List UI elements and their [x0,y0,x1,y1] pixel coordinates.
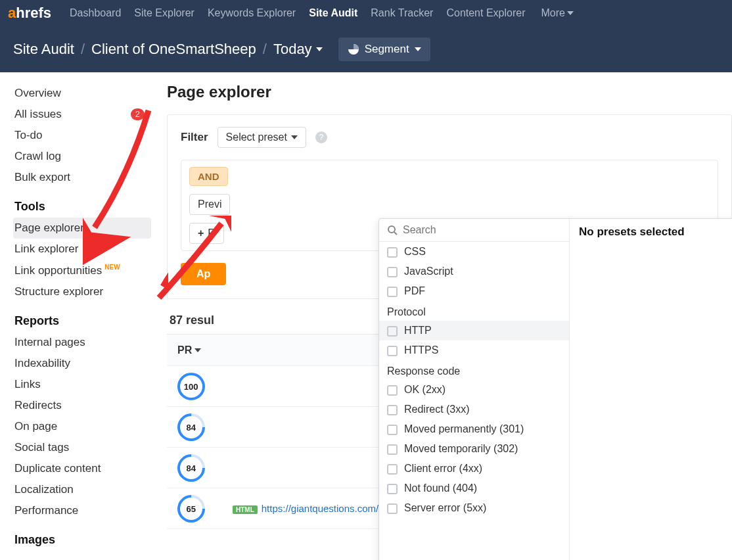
html-badge: HTML [233,505,258,514]
add-rule-button[interactable]: +R [189,223,224,244]
segment-button[interactable]: Segment [338,37,430,61]
preset-option-label: HTTP [404,325,432,337]
preset-option[interactable]: OK (2xx) [379,380,569,400]
nav-item[interactable]: Site Audit [302,7,364,19]
sidebar-item[interactable]: Bulk export [13,167,151,188]
nav-more[interactable]: More [536,7,578,19]
nav-item[interactable]: Rank Tracker [364,7,440,19]
preset-option-label: Moved permanently (301) [404,423,524,435]
sidebar-item[interactable]: Social tags [13,437,151,458]
checkbox[interactable] [387,484,398,494]
sidebar-item[interactable]: Indexability [13,353,151,374]
sidebar-header-tools: Tools [13,188,151,218]
search-icon [387,225,398,235]
sidebar: OverviewAll issues2To-doCrawl logBulk ex… [0,72,159,560]
preset-option[interactable]: Moved temporarily (302) [379,439,569,459]
preset-option[interactable]: PDF [379,281,569,301]
preset-option-label: Redirect (3xx) [404,404,470,415]
sidebar-item[interactable]: Internal pages [13,332,151,353]
checkbox[interactable] [387,287,398,297]
sidebar-item[interactable]: Crawl log [13,146,151,167]
preset-option[interactable]: Client error (4xx) [379,459,569,478]
sidebar-item[interactable]: On page [13,416,151,437]
preset-right-panel: No presets selected [570,219,732,560]
checkbox[interactable] [387,385,398,396]
sidebar-item[interactable]: Link opportunitiesNEW [13,260,151,281]
pr-ring: 84 [172,408,210,446]
no-presets-text: No presets selected [579,225,732,239]
preset-option-label: JavaScript [404,266,453,277]
sidebar-item[interactable]: Localization [13,479,151,500]
preset-option[interactable]: HTTPS [379,340,569,360]
apply-filter-button[interactable]: Ap [181,263,226,285]
preset-option-label: HTTPS [404,344,438,356]
plus-icon: + [198,227,204,239]
sidebar-item[interactable]: Redirects [13,395,151,416]
checkbox[interactable] [387,464,398,475]
preset-option[interactable]: Redirect (3xx) [379,400,569,419]
preset-left-panel: CSSJavaScriptPDFProtocolHTTPHTTPSRespons… [379,219,570,560]
checkbox[interactable] [387,425,398,435]
preset-option-label: Server error (5xx) [404,502,486,514]
sidebar-item[interactable]: Performance [13,500,151,521]
checkbox[interactable] [387,346,398,356]
preset-option-label: PDF [404,285,425,297]
preset-option-label: CSS [404,246,426,258]
crumb-date[interactable]: Today [273,41,323,58]
nav-item[interactable]: Keywords Explorer [201,7,302,19]
sidebar-item[interactable]: Page explorer [13,218,151,239]
and-chip[interactable]: AND [189,167,228,186]
new-badge: NEW [104,264,120,271]
page-title: Page explorer [167,83,732,101]
preset-option[interactable]: Not found (404) [379,478,569,498]
preset-option-label: Moved temporarily (302) [404,443,518,455]
pie-icon [348,43,359,55]
preset-option[interactable]: Moved permanently (301) [379,419,569,439]
nav-item[interactable]: Content Explorer [440,7,532,19]
checkbox[interactable] [387,405,398,415]
preset-option[interactable]: HTTP [379,321,569,340]
crumb-root[interactable]: Site Audit [13,41,74,58]
svg-point-0 [388,226,395,233]
preset-option[interactable]: CSS [379,242,569,262]
sidebar-item[interactable]: Duplicate content [13,458,151,479]
main: Page explorer Filter Select preset ? AND… [159,72,732,560]
sidebar-item[interactable]: Structure explorer [13,281,151,302]
sidebar-item[interactable]: Link explorer [13,239,151,260]
filter-label: Filter [181,131,208,144]
sidebar-item[interactable]: To-do [13,125,151,146]
preset-dropdown: CSSJavaScriptPDFProtocolHTTPHTTPSRespons… [378,218,732,560]
breadcrumb-bar: Site Audit / Client of OneSmartSheep / T… [0,26,732,72]
preset-search-input[interactable] [403,224,561,236]
pr-ring: 100 [172,367,210,406]
col-pr[interactable]: PR [167,344,226,356]
preview-button[interactable]: Previ [189,194,230,215]
crumb-project[interactable]: Client of OneSmartSheep [91,41,256,58]
preset-option[interactable]: JavaScript [379,262,569,281]
preset-group-header: Response code [379,360,569,380]
select-preset-button[interactable]: Select preset [217,127,306,148]
checkbox[interactable] [387,503,398,514]
count-badge: 2 [131,108,145,120]
preset-option[interactable]: Server error (5xx) [379,498,569,518]
nav-item[interactable]: Site Explorer [127,7,201,19]
checkbox[interactable] [387,444,398,455]
preset-search [379,219,569,242]
sidebar-item[interactable]: Overview [13,83,151,104]
checkbox[interactable] [387,267,398,277]
top-nav: ahrefs DashboardSite ExplorerKeywords Ex… [0,0,732,26]
checkbox[interactable] [387,326,398,337]
logo[interactable]: ahrefs [8,5,51,22]
preset-group-header: Protocol [379,301,569,321]
help-icon[interactable]: ? [315,131,327,143]
preset-option-label: Not found (404) [404,482,477,494]
sidebar-item[interactable]: All issues2 [13,104,151,125]
nav-item[interactable]: Dashboard [63,7,127,19]
checkbox[interactable] [387,247,398,258]
pr-ring: 84 [172,448,210,487]
preset-option-label: Client error (4xx) [404,463,482,475]
sidebar-item[interactable]: Links [13,374,151,395]
preset-list[interactable]: CSSJavaScriptPDFProtocolHTTPHTTPSRespons… [379,242,569,560]
pr-ring: 65 [172,489,210,528]
sidebar-header-images: Images [13,521,151,551]
